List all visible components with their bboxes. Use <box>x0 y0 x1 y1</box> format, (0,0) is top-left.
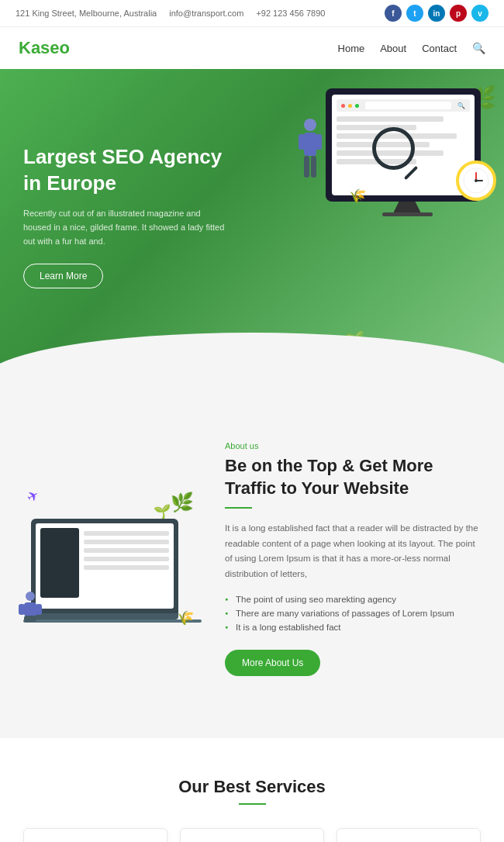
address: 121 King Street, Melbourne, Australia <box>16 9 157 18</box>
services-title-underline <box>239 803 266 805</box>
monitor-base <box>382 212 433 216</box>
about-list-item-2: There are many variations of passages of… <box>225 606 481 620</box>
about-label: About us <box>225 441 481 450</box>
monitor-line-2 <box>337 125 416 130</box>
laptop-image-placeholder <box>40 528 79 598</box>
laptop-bottom <box>23 619 202 623</box>
laptop-line-5 <box>84 565 169 570</box>
nav-links: Home About Contact 🔍 <box>338 42 485 54</box>
about-list-item-3: It is a long established fact <box>225 620 481 634</box>
svg-rect-13 <box>36 604 42 615</box>
about-title: Be on the Top & Get More Traffic to Your… <box>225 455 481 499</box>
nav-contact[interactable]: Contact <box>422 43 457 54</box>
monitor-line-1 <box>337 116 444 122</box>
svg-point-0 <box>304 119 316 131</box>
svg-point-9 <box>475 179 478 182</box>
about-list-item-1: The point of using seo marekting agency <box>225 592 481 606</box>
leaf-decor2-icon: 🌱 <box>345 330 364 348</box>
service-card-web-analytics: Web Analytics It is a long established f… <box>23 828 167 842</box>
services-title: Our Best Services <box>23 777 481 797</box>
laptop-text-lines <box>84 528 169 598</box>
svg-rect-3 <box>316 134 322 150</box>
clock-icon <box>456 160 496 201</box>
pinterest-icon[interactable]: p <box>450 5 467 22</box>
linkedin-icon[interactable]: in <box>428 5 445 22</box>
search-icon[interactable]: 🔍 <box>472 42 485 54</box>
hero-section: ✈ 🌿 🌱 Largest SEO Agency in Europe Recen… <box>0 69 504 395</box>
facebook-icon[interactable]: f <box>385 5 402 22</box>
svg-rect-12 <box>19 604 25 615</box>
laptop-line-4 <box>84 557 169 561</box>
hero-content: Largest SEO Agency in Europe Recently cu… <box>23 144 225 288</box>
plant-about-icon: 🌾 <box>177 609 194 626</box>
sitting-person-figure <box>16 591 45 626</box>
browser-bar: 🔍 <box>337 99 470 112</box>
vimeo-icon[interactable]: v <box>471 5 488 22</box>
services-grid: Web Analytics It is a long established f… <box>23 828 481 842</box>
sitting-person-svg <box>16 591 45 623</box>
service-card-online-marketing: Online Marketing It is a long establishe… <box>337 828 481 842</box>
person-svg <box>295 117 326 187</box>
social-icons: f t in p v <box>385 5 488 22</box>
browser-dot-yellow <box>348 104 352 108</box>
svg-rect-11 <box>24 602 36 616</box>
leaves2-icon: 🌱 <box>154 503 171 520</box>
monitor-stand <box>394 202 421 212</box>
leaves-icon: 🌿 <box>171 492 194 513</box>
svg-rect-5 <box>311 156 316 178</box>
about-illustration: ✈ 🌿 🌱 <box>23 495 202 623</box>
svg-rect-1 <box>304 133 316 156</box>
laptop-base <box>31 613 178 619</box>
navbar: Kaseo Home About Contact 🔍 <box>0 27 504 69</box>
top-bar: 121 King Street, Melbourne, Australia in… <box>0 0 504 27</box>
laptop-line-3 <box>84 548 169 553</box>
about-text: It is a long established fact that a rea… <box>225 521 481 581</box>
person-figure <box>295 117 326 193</box>
more-about-us-button[interactable]: More About Us <box>225 650 320 676</box>
about-section: ✈ 🌿 🌱 <box>0 395 504 738</box>
laptop-body <box>31 519 178 613</box>
email: info@transport.com <box>169 9 243 18</box>
about-content: About us Be on the Top & Get More Traffi… <box>225 441 481 676</box>
svg-rect-14 <box>24 616 36 622</box>
about-title-underline <box>225 507 252 509</box>
about-list: The point of using seo marekting agency … <box>225 592 481 634</box>
learn-more-button[interactable]: Learn More <box>23 264 103 288</box>
browser-dot-green <box>355 104 359 108</box>
svg-rect-2 <box>299 134 305 150</box>
magnifier-icon <box>372 127 415 170</box>
clock-svg <box>462 167 490 195</box>
purple-plane-icon: ✈ <box>24 485 43 506</box>
phone: +92 123 456 7890 <box>256 9 325 18</box>
hero-text: Recently cut out of an illustrated magaz… <box>23 207 225 248</box>
hero-title: Largest SEO Agency in Europe <box>23 144 225 197</box>
top-bar-left: 121 King Street, Melbourne, Australia in… <box>16 9 325 18</box>
laptop-screen-grid <box>40 528 169 598</box>
plants-hero-icon: 🌾 <box>349 188 366 205</box>
hero-illustration: 🔍 <box>326 88 488 216</box>
search-browser-icon: 🔍 <box>457 102 465 109</box>
nav-home[interactable]: Home <box>338 43 365 54</box>
laptop-screen <box>36 523 174 609</box>
laptop-container: 🌾 <box>23 519 202 623</box>
service-card-seo-audit: Technical SEO Audit It is a long establi… <box>180 828 324 842</box>
logo[interactable]: Kaseo <box>19 38 70 58</box>
svg-rect-4 <box>304 156 309 178</box>
browser-url <box>365 102 451 109</box>
nav-about[interactable]: About <box>380 43 406 54</box>
services-section: Our Best Services Web An <box>0 738 504 842</box>
browser-dot-red <box>341 104 345 108</box>
laptop-line-1 <box>84 531 169 536</box>
laptop-line-2 <box>84 540 169 544</box>
svg-point-10 <box>26 592 35 601</box>
twitter-icon[interactable]: t <box>406 5 423 22</box>
